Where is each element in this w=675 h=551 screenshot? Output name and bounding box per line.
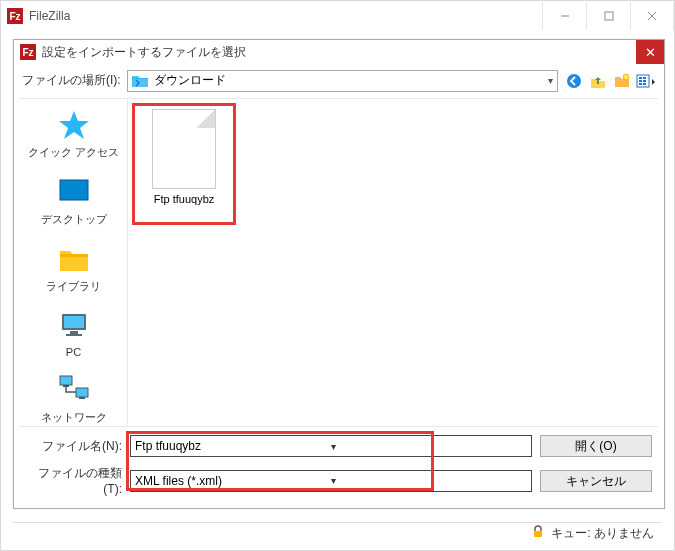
svg-rect-10 <box>643 77 646 79</box>
svg-rect-21 <box>60 376 72 385</box>
chevron-down-icon[interactable]: ▾ <box>331 475 527 486</box>
filetype-label: ファイルの種類(T): <box>26 465 122 496</box>
svg-rect-20 <box>66 334 82 336</box>
place-quick-access[interactable]: クイック アクセス <box>28 109 119 160</box>
svg-rect-16 <box>60 254 88 257</box>
app-icon: Fz <box>20 44 36 60</box>
places-bar: クイック アクセス デスクトップ ライブラリ PC ネットワーク <box>20 99 128 426</box>
filename-value: Ftp tfuuqybz <box>135 439 331 453</box>
svg-marker-13 <box>59 111 89 139</box>
place-label: PC <box>66 346 81 358</box>
svg-rect-14 <box>60 180 88 200</box>
dialog-titlebar: Fz 設定をインポートするファイルを選択 ✕ <box>14 40 664 64</box>
svg-rect-19 <box>70 331 78 334</box>
window-controls <box>542 2 674 30</box>
place-label: ネットワーク <box>41 410 107 425</box>
location-label: ファイルの場所(I): <box>22 72 121 89</box>
back-button[interactable] <box>564 71 584 91</box>
file-icon <box>152 109 216 189</box>
queue-status: キュー: ありません <box>551 525 654 542</box>
svg-rect-7 <box>639 77 642 79</box>
file-item[interactable]: Ftp tfuuqybz <box>136 107 232 207</box>
filename-label: ファイル名(N): <box>26 438 122 455</box>
new-folder-button[interactable] <box>612 71 632 91</box>
location-toolbar <box>564 71 656 91</box>
dialog-title: 設定をインポートするファイルを選択 <box>42 44 636 61</box>
open-button[interactable]: 開く(O) <box>540 435 652 457</box>
svg-rect-22 <box>76 388 88 397</box>
svg-rect-9 <box>639 83 642 85</box>
place-network[interactable]: ネットワーク <box>41 374 107 425</box>
place-libraries[interactable]: ライブラリ <box>46 243 101 294</box>
place-pc[interactable]: PC <box>58 310 90 358</box>
file-dialog: Fz 設定をインポートするファイルを選択 ✕ ファイルの場所(I): ダウンロー… <box>13 39 665 509</box>
place-label: クイック アクセス <box>28 145 119 160</box>
location-select[interactable]: ダウンロード ▾ <box>127 70 558 92</box>
app-icon: Fz <box>7 8 23 24</box>
svg-rect-18 <box>64 316 84 328</box>
close-button[interactable] <box>630 2 674 30</box>
filetype-select[interactable]: XML files (*.xml) ▾ <box>130 470 532 492</box>
svg-rect-11 <box>643 80 646 82</box>
file-list[interactable]: Ftp tfuuqybz <box>128 99 658 426</box>
svg-rect-8 <box>639 80 642 82</box>
location-row: ファイルの場所(I): ダウンロード ▾ <box>14 64 664 98</box>
place-label: デスクトップ <box>41 212 107 227</box>
svg-rect-12 <box>643 83 646 85</box>
svg-rect-25 <box>534 531 542 537</box>
svg-rect-1 <box>605 12 613 20</box>
place-label: ライブラリ <box>46 279 101 294</box>
main-window: Fz FileZilla Fz 設定をインポートするファイルを選択 ✕ ファイル… <box>0 0 675 551</box>
location-value: ダウンロード <box>154 72 226 89</box>
main-titlebar: Fz FileZilla <box>1 1 674 31</box>
main-window-title: FileZilla <box>29 9 542 23</box>
lock-icon <box>531 525 545 542</box>
status-bar: キュー: ありません <box>13 522 662 544</box>
file-item-label: Ftp tfuuqybz <box>154 193 215 205</box>
svg-point-5 <box>623 74 629 80</box>
dialog-body: クイック アクセス デスクトップ ライブラリ PC ネットワーク <box>20 98 658 427</box>
cancel-button[interactable]: キャンセル <box>540 470 652 492</box>
minimize-button[interactable] <box>542 2 586 30</box>
maximize-button[interactable] <box>586 2 630 30</box>
up-button[interactable] <box>588 71 608 91</box>
filename-input[interactable]: Ftp tfuuqybz ▾ <box>130 435 532 457</box>
folder-icon <box>132 74 148 88</box>
chevron-down-icon[interactable]: ▾ <box>331 441 527 452</box>
form-area: ファイル名(N): Ftp tfuuqybz ▾ 開く(O) ファイルの種類(T… <box>14 427 664 508</box>
place-desktop[interactable]: デスクトップ <box>41 176 107 227</box>
svg-point-4 <box>567 74 581 88</box>
svg-rect-24 <box>79 397 85 399</box>
filetype-value: XML files (*.xml) <box>135 474 331 488</box>
chevron-down-icon: ▾ <box>548 75 553 86</box>
view-menu-button[interactable] <box>636 71 656 91</box>
svg-rect-23 <box>63 385 69 387</box>
dialog-close-button[interactable]: ✕ <box>636 40 664 64</box>
